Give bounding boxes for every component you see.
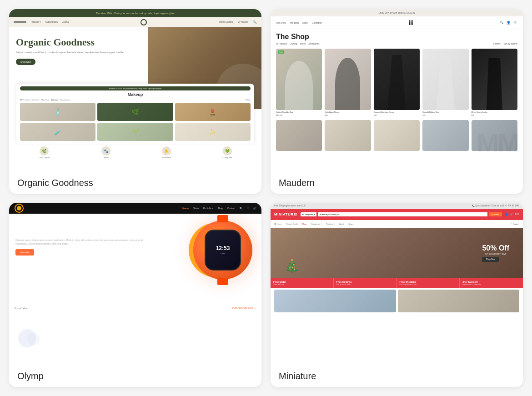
og-icon-cruelty: 💚 Cruelty-free — [222, 146, 232, 159]
og-top-bar: Receive 10% off on your next order using… — [9, 9, 261, 17]
og-product-2[interactable]: 🌿 — [97, 103, 173, 121]
ol-explore-btn[interactable]: EXPLORE OUR SHOP → — [232, 307, 256, 310]
ma-product-img2-5 — [472, 120, 517, 151]
mi-products-link[interactable]: Products ▾ — [326, 223, 335, 225]
og-cat-subs[interactable]: Subscriptions — [60, 99, 70, 101]
ol-deco-circle2 — [27, 333, 40, 346]
mi-home-link[interactable]: 🏠 Home — [274, 223, 282, 225]
og-product-grid: 🧴 🌿 💄 🧪 🌱 ✨ — [20, 103, 251, 141]
og-cat-hair[interactable]: Hair Care — [41, 99, 49, 101]
mi-shop-link[interactable]: Shop — [302, 223, 307, 225]
ma-product-img2-1 — [276, 120, 322, 151]
ma-tab-shoes[interactable]: Shoes — [300, 43, 306, 45]
ma-product-shirt[interactable]: Straight Ribbed Shirt $41 — [422, 49, 468, 116]
ol-watch-date: 10sec. — [220, 252, 226, 255]
og-icon-organic: 🌿 100% Organic — [39, 146, 50, 159]
og-vegan-icon: 🐾 — [101, 146, 110, 155]
og-product-4[interactable]: 🧪 — [20, 123, 95, 141]
ma-product-r2-1[interactable] — [276, 120, 322, 151]
mi-products-grid — [271, 288, 523, 314]
og-icon-handmade: ✋ Handmade — [162, 146, 171, 159]
ol-nav-contact[interactable]: Contact — [227, 207, 235, 210]
ma-product-bag[interactable]: Sale Quilted Shoulder Bag $48 $32 — [276, 49, 322, 116]
ma-link-shop[interactable]: The Shop — [276, 21, 286, 24]
mi-toy-icon: 🎄 — [284, 259, 300, 274]
ol-nav-portfolio[interactable]: Portfolio ▾ — [203, 207, 214, 210]
mi-news-link[interactable]: News — [348, 223, 353, 225]
og-logo-wrapper — [141, 19, 147, 25]
ma-nav-links: The Shop The Blog About Collection — [276, 21, 322, 24]
og-filters[interactable]: Filters — [246, 99, 251, 101]
ma-tab-all[interactable]: All Products — [276, 43, 287, 45]
ol-nav-home[interactable]: Home — [182, 207, 189, 210]
ma-sale-badge: Sale — [278, 50, 284, 54]
og-product-5[interactable]: 🌱 — [97, 123, 173, 141]
ol-footer-left: © scroll below — [15, 307, 27, 310]
ma-product-shorts[interactable]: High Waist Shorts $45 — [325, 49, 371, 116]
mi-top-bar-left: Free Shipping for orders over $100 — [274, 205, 306, 207]
mi-hero-btn[interactable]: Shop Now — [482, 257, 499, 262]
ma-search-icon[interactable]: 🔍 — [500, 21, 504, 25]
ma-filter-row: All Products Clothing Shoes Accessories … — [271, 43, 523, 47]
mi-support-link[interactable]: ⚐ Support — [511, 223, 519, 225]
ma-tab-clothing[interactable]: Clothing — [290, 43, 297, 45]
ma-link-about[interactable]: About — [302, 21, 308, 24]
ma-cart-icon[interactable]: 🛒 — [513, 21, 517, 25]
ma-product-r2-2[interactable] — [325, 120, 371, 151]
mi-search: All categories ▾ What are you looking fo… — [301, 212, 502, 216]
ma-logo: iii — [409, 19, 413, 26]
og-shop-now-btn[interactable]: Shop Now — [16, 59, 35, 65]
card4-label: Miniature — [271, 366, 523, 387]
mi-deals-link[interactable]: Today's Deals — [286, 223, 298, 225]
ol-logo — [15, 204, 24, 213]
ma-link-blog[interactable]: The Blog — [290, 21, 299, 24]
ma-product-img-4 — [422, 49, 468, 110]
ma-user-icon[interactable]: 👤 — [507, 21, 511, 25]
og-account-link: My Account — [238, 21, 248, 23]
ol-nav-store[interactable]: Store — [193, 207, 199, 210]
mi-search-btn[interactable]: Q Search — [489, 212, 502, 216]
mi-product-card-1[interactable] — [274, 290, 396, 312]
ma-product-img2-4 — [422, 120, 468, 151]
ma-product-name-5: White Sports Socks — [472, 111, 517, 113]
og-cat-makeup[interactable]: Makeup — [51, 99, 58, 101]
og-cat-skin[interactable]: Skin Care — [31, 99, 40, 101]
ma-product-socks[interactable]: White Sports Socks $16 — [472, 49, 517, 116]
mi-about-link[interactable]: About — [339, 223, 344, 225]
ma-product-img-5 — [472, 49, 517, 110]
ma-link-collection[interactable]: Collection — [312, 21, 322, 24]
og-product-6[interactable]: ✨ — [175, 123, 251, 141]
mi-cart-icon[interactable]: 🛒 — [510, 213, 513, 216]
mi-product-card-2[interactable] — [398, 290, 520, 312]
ma-filter-right: Filters ▾ Sort by latest ▾ — [493, 43, 517, 45]
ol-nav-cart[interactable]: 🛒 — [253, 207, 256, 210]
ol-nav-blog[interactable]: Blog — [218, 207, 223, 210]
og-cat-all[interactable]: All Products — [20, 99, 30, 101]
ma-product-img-1: Sale — [276, 49, 322, 110]
ol-watch: 12:53 10sec. — [193, 221, 252, 280]
ol-hero-btn[interactable]: Homesby — [15, 249, 34, 256]
ma-sort-btn[interactable]: Sort by latest ▾ — [503, 43, 517, 45]
ma-product-r2-5[interactable] — [472, 120, 517, 151]
mi-feature-sub-4: Need help? Contact us — [462, 283, 520, 286]
ma-product-dress[interactable]: Cropped One-size Dress $98 — [374, 49, 420, 116]
ma-tab-accessories[interactable]: Accessories — [308, 43, 319, 45]
ol-nav-heart[interactable]: ♡ — [247, 207, 249, 210]
ol-hero-subtitle: Quisque viverra ullamcorper metus id ves… — [15, 238, 147, 246]
og-makeup-wrapper: Receive 10% off on your next order using… — [13, 84, 258, 144]
mi-top-bar-right: 📞 Quick Questions? Give us a call +1 704… — [472, 205, 519, 207]
ol-nav-search[interactable]: 🔍 — [240, 207, 242, 210]
ma-product-r2-3[interactable] — [374, 120, 420, 151]
mi-search-select[interactable]: All categories ▾ — [301, 212, 316, 216]
mi-search-input[interactable]: What are you looking for? — [318, 212, 487, 216]
mi-user-icon[interactable]: 👤 — [505, 213, 508, 216]
og-product-1[interactable]: 🧴 — [20, 103, 95, 121]
og-product-3[interactable]: 💄 — [175, 103, 251, 121]
ma-product-r2-4[interactable] — [422, 120, 468, 151]
mi-hero-content: 50% Off On all wooden toys Shop Now — [482, 244, 509, 262]
ma-filters-btn[interactable]: Filters ▾ — [493, 43, 501, 45]
mi-categories-link[interactable]: Categories ▾ — [311, 223, 321, 225]
mi-nav: MINIATURE! All categories ▾ What are you… — [271, 209, 523, 220]
card2-label: Maudern — [271, 172, 523, 194]
mi-hero-offer: 50% Off — [482, 244, 509, 252]
